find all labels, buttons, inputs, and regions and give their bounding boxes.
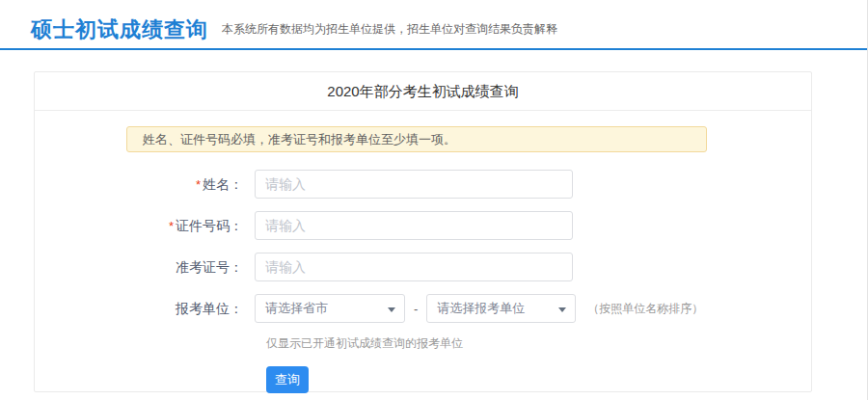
unit-label: 报考单位：	[35, 294, 255, 323]
required-marker: *	[196, 177, 201, 192]
form-row-name: *姓名：	[35, 170, 811, 199]
form-row-id-number: *证件号码：	[35, 211, 811, 240]
form-row-exam-ticket: 准考证号：	[35, 253, 811, 281]
id-number-label: *证件号码：	[35, 211, 255, 241]
page-header: 硕士初试成绩查询 本系统所有数据均为招生单位提供，招生单位对查询结果负责解释	[0, 0, 868, 48]
required-marker: *	[169, 219, 174, 233]
page-title: 硕士初试成绩查询	[31, 19, 208, 40]
unit-note: 仅显示已开通初试成绩查询的报考单位	[266, 335, 811, 352]
exam-ticket-input[interactable]	[255, 253, 573, 281]
sort-hint: （按照单位名称排序）	[587, 301, 703, 317]
select-separator: -	[414, 302, 418, 316]
page-subtitle: 本系统所有数据均为招生单位提供，招生单位对查询结果负责解释	[222, 21, 557, 40]
query-panel: 2020年部分考生初试成绩查询 姓名、证件号码必填，准考证号和报考单位至少填一项…	[34, 71, 812, 392]
query-button[interactable]: 查询	[266, 366, 309, 393]
notice-banner: 姓名、证件号码必填，准考证号和报考单位至少填一项。	[126, 126, 707, 152]
id-number-input[interactable]	[255, 211, 573, 240]
header-divider	[0, 48, 868, 50]
name-label: *姓名：	[35, 170, 255, 200]
unit-select[interactable]: 请选择报考单位	[426, 294, 576, 323]
unit-select-value: 请选择报考单位	[437, 301, 525, 315]
panel-title: 2020年部分考生初试成绩查询	[35, 72, 811, 111]
chevron-down-icon	[558, 307, 566, 312]
name-input[interactable]	[255, 170, 573, 199]
exam-ticket-label: 准考证号：	[35, 253, 255, 281]
notice-text: 姓名、证件号码必填，准考证号和报考单位至少填一项。	[143, 132, 456, 147]
chevron-down-icon	[388, 307, 395, 312]
query-form: *姓名： *证件号码： 准考证号： 报考单位： 请选择省市 - 请选择报考单	[35, 170, 811, 393]
province-select[interactable]: 请选择省市	[255, 294, 405, 323]
page: 硕士初试成绩查询 本系统所有数据均为招生单位提供，招生单位对查询结果负责解释 2…	[0, 0, 868, 400]
province-select-value: 请选择省市	[265, 301, 328, 315]
form-row-unit: 报考单位： 请选择省市 - 请选择报考单位 （按照单位名称排序）	[35, 294, 811, 323]
